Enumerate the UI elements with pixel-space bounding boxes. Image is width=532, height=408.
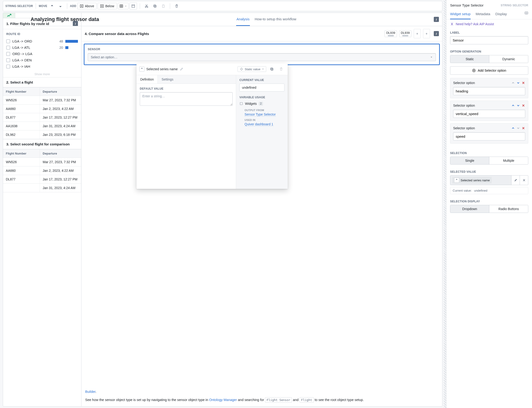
bottom-text: Builder. See how the sensor object type … xyxy=(81,389,442,406)
tab-display[interactable]: Display xyxy=(495,9,507,19)
move-up-icon xyxy=(511,81,515,85)
table-header: Flight Number Departure xyxy=(3,87,81,96)
checkbox[interactable] xyxy=(6,39,10,43)
popup-tab-definition[interactable]: Definition xyxy=(136,75,158,84)
cut-button[interactable] xyxy=(143,3,150,9)
current-value-label: CURRENT VALUE xyxy=(239,78,284,82)
seg-dropdown[interactable]: Dropdown xyxy=(450,205,489,213)
add-below-button[interactable]: Below xyxy=(98,3,117,9)
flight-chip[interactable]: DL939 xyxy=(399,30,411,37)
checkbox[interactable] xyxy=(6,46,10,50)
output-from-label: OUTPUT FROM xyxy=(245,109,284,111)
tab-metadata[interactable]: Metadata xyxy=(476,9,490,19)
usage-widgets-row[interactable]: Widgets 2 xyxy=(239,101,284,106)
aip-assist-link[interactable]: Need help? Ask AIP Assist xyxy=(446,19,532,29)
table-header: Flight Number Departure xyxy=(3,149,81,158)
add-chip-button[interactable]: + xyxy=(423,29,430,38)
seg-multiple[interactable]: Multiple xyxy=(489,157,528,164)
builder-link[interactable]: Builder xyxy=(85,390,95,393)
table-row[interactable]: DL877Jan 17, 2023, 12:27 PM xyxy=(3,113,81,122)
checkbox[interactable] xyxy=(6,65,10,68)
route-row[interactable]: LGA -> DEN xyxy=(6,57,78,63)
info-icon[interactable]: i xyxy=(434,17,439,22)
selection-display-label: SELECTION DISPLAY xyxy=(450,200,528,203)
docs-icon[interactable] xyxy=(524,11,528,17)
static-value-dropdown[interactable]: Static value xyxy=(237,66,266,72)
move-down-icon[interactable] xyxy=(516,104,520,107)
delete-button[interactable] xyxy=(278,66,285,73)
edit-selected-value-button[interactable] xyxy=(511,176,520,185)
info-icon[interactable]: i xyxy=(434,31,439,36)
move-up-icon[interactable] xyxy=(511,104,515,107)
selector-option-card: Selector option xyxy=(450,78,528,98)
paste-button[interactable] xyxy=(160,3,167,9)
table-row[interactable]: WN526Mar 27, 2023, 7:32 PM xyxy=(3,96,81,105)
move-down-icon xyxy=(516,126,520,130)
right-panel: Sensor Type Selector STRING SELECTOR Wid… xyxy=(446,0,532,408)
table-row[interactable]: DL962Jan 23, 2023, 6:18 PM xyxy=(3,130,81,139)
svg-rect-14 xyxy=(240,102,242,105)
edit-icon[interactable] xyxy=(180,67,183,71)
code-chip: Flight Sensor xyxy=(265,397,292,403)
remove-icon[interactable] xyxy=(522,126,525,130)
table-row[interactable]: DL877Jan 17, 2023, 12:27 PM xyxy=(3,175,81,184)
seg-single[interactable]: Single xyxy=(450,157,489,164)
clear-selected-value-button[interactable] xyxy=(520,176,528,185)
option-value-input[interactable] xyxy=(453,110,525,118)
option-value-input[interactable] xyxy=(453,132,525,141)
seg-static[interactable]: Static xyxy=(450,55,489,63)
svg-point-5 xyxy=(147,7,148,8)
show-more-link[interactable]: Show more xyxy=(3,71,81,77)
popup-tab-settings[interactable]: Settings xyxy=(158,75,177,84)
layout-split-button[interactable] xyxy=(118,3,128,9)
remove-icon[interactable] xyxy=(522,104,525,107)
selection-mode-toggle: Single Multiple xyxy=(450,157,528,165)
tab-analysis[interactable]: Analysis xyxy=(236,13,250,26)
table-row[interactable]: AA660Jan 2, 2023, 4:22 AM xyxy=(3,166,81,175)
label-input[interactable] xyxy=(450,36,528,44)
table-row[interactable]: WN526Mar 27, 2023, 7:32 PM xyxy=(3,158,81,166)
label-field-label: LABEL xyxy=(450,31,528,34)
top-toolbar: STRING SELECTOR MOVE ADD Above Below xyxy=(3,1,442,11)
layout-single-button[interactable] xyxy=(129,3,137,9)
move-up-button[interactable] xyxy=(48,3,56,9)
used-in-link[interactable]: Quiver dashboard 1 xyxy=(245,122,273,126)
chart-icon xyxy=(3,13,15,18)
current-value-readonly: Current value:undefined xyxy=(450,187,528,194)
option-value-input[interactable] xyxy=(453,87,525,95)
add-chip-button[interactable]: + xyxy=(414,29,421,38)
checkbox[interactable] xyxy=(6,58,10,62)
popup-title: Selected series name xyxy=(146,67,178,71)
delete-button[interactable] xyxy=(173,3,180,9)
add-above-button[interactable]: Above xyxy=(77,3,97,9)
current-value: undefined xyxy=(239,84,284,92)
table-row[interactable]: AA660Jan 2, 2023, 4:22 AM xyxy=(3,105,81,113)
route-row[interactable]: LGA -> IAH xyxy=(6,63,78,69)
tab-widget-setup[interactable]: Widget setup xyxy=(450,9,471,19)
flight-chip[interactable]: DL939 xyxy=(385,30,397,37)
default-value-input[interactable] xyxy=(140,92,233,106)
move-up-icon[interactable] xyxy=(511,126,515,130)
route-row[interactable]: LGA -> ORD48 xyxy=(6,38,78,44)
copy-button[interactable] xyxy=(151,3,159,9)
seg-dynamic[interactable]: Dynamic xyxy=(489,55,528,63)
add-selector-option-button[interactable]: Add Selector option xyxy=(450,66,528,75)
svg-point-11 xyxy=(10,14,11,15)
sensor-select[interactable]: Select an option… xyxy=(88,53,436,61)
output-from-link[interactable]: Sensor Type Selector xyxy=(245,112,276,117)
tab-howto[interactable]: How-to setup this workflow xyxy=(254,13,296,26)
code-chip: Flight xyxy=(300,397,314,403)
move-down-icon[interactable] xyxy=(516,81,520,85)
move-down-button[interactable] xyxy=(57,3,64,9)
table-row[interactable]: Jan 31, 2023, 4:24 AM xyxy=(3,184,81,192)
section-3-header: 3. Select second flight for comparison xyxy=(3,139,81,149)
duplicate-button[interactable] xyxy=(268,66,276,73)
checkbox[interactable] xyxy=(6,52,10,56)
remove-icon[interactable] xyxy=(522,81,525,85)
table-row[interactable]: AA1638Jan 31, 2023, 4:24 AM xyxy=(3,122,81,130)
svg-rect-9 xyxy=(163,5,164,5)
seg-radio[interactable]: Radio Buttons xyxy=(489,205,528,213)
route-row[interactable]: LGA -> ATL20 xyxy=(6,44,78,51)
ontology-manager-link[interactable]: Ontology Manager xyxy=(209,398,237,402)
route-row[interactable]: ORD -> LGA xyxy=(6,51,78,57)
